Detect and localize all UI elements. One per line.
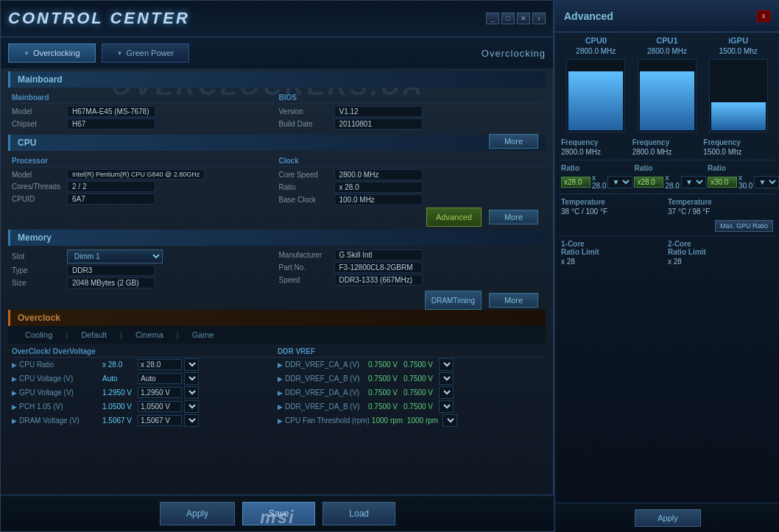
oc-arrow-icon-1[interactable]: ▶	[12, 375, 17, 383]
oc-dropdown-r4[interactable]: ▼	[443, 414, 457, 427]
cpu1-ratio-col: Ratio x 28.0 ▼	[634, 164, 705, 190]
cpu1-ratio-x: x 28.0	[665, 174, 679, 190]
oc-row-ddr-ca-b: ▶ DDR_VREF_CA_B (V) 0.7500 V 0.7500 V ▼	[278, 372, 542, 386]
cpu0-col: CPU0 2800.0 MHz	[561, 36, 631, 132]
mem-size-label: Size	[12, 279, 63, 287]
oc-dropdown-r2[interactable]: ▼	[439, 386, 454, 399]
mainboard-more-button[interactable]: More	[489, 134, 538, 149]
oc-dropdown-r3[interactable]: ▼	[439, 400, 454, 413]
maximize-button[interactable]: □	[501, 13, 515, 24]
igpu-bar-container	[709, 59, 768, 132]
oc-arrow-r2-icon[interactable]: ▶	[278, 389, 283, 397]
cpu1-temp-val: 37 °C / 98 °F	[668, 208, 773, 216]
oc-value2-r3: 0.7500 V	[403, 402, 437, 411]
max-gpu-ratio-button[interactable]: Max. GPU Ratio	[715, 220, 773, 232]
oc-tab-cinema[interactable]: Cinema	[130, 329, 169, 341]
model-value: H67MA-E45 (MS-7678)	[67, 106, 155, 117]
chipset-value: H67	[67, 118, 155, 130]
builddate-value: 20110801	[334, 118, 423, 130]
oc-input-0[interactable]	[138, 359, 182, 370]
oc-label-r3: DDR_VREF_DA_B (V)	[285, 402, 366, 411]
cpu-more-button[interactable]: More	[489, 210, 538, 224]
oc-row-dram-voltage: ▶ DRAM Voltage (V) 1.5067 V ▼	[12, 414, 276, 428]
oc-input-1[interactable]	[138, 373, 182, 384]
memory-section-header: Memory	[8, 230, 546, 246]
cpu0-ratio-x: x 28.0	[592, 174, 606, 190]
tab-green-power[interactable]: ▼ Green Power	[102, 43, 190, 63]
igpu-ratio-select[interactable]: ▼	[754, 176, 779, 188]
oc-input-4[interactable]	[138, 415, 182, 426]
oc-row-ddr-ca-a: ▶ DDR_VREF_CA_A (V) 0.7500 V 0.7500 V ▼	[278, 358, 542, 372]
oc-dropdown-r1[interactable]: ▼	[439, 372, 454, 385]
title-bar: Control Center _ □ ✕ i	[1, 1, 553, 38]
cpu-advanced-button[interactable]: Advanced	[426, 208, 482, 227]
advanced-apply-button[interactable]: Apply	[635, 509, 701, 527]
oc-label-3: PCH 1.05 (V)	[19, 402, 100, 411]
baseclock-label: Base Clock	[279, 196, 331, 204]
load-button[interactable]: Load	[322, 502, 395, 525]
cpu1-temp-label: Temperature	[668, 198, 773, 206]
cpu0-ratio-field[interactable]	[561, 177, 591, 188]
oc-dropdown-2[interactable]: ▼	[184, 386, 199, 399]
slot-select[interactable]: Dimm 1	[67, 249, 163, 263]
cpu1-temp-col: Temperature 37 °C / 98 °F	[668, 198, 773, 216]
bios-sub-header: BIOS	[279, 91, 543, 104]
oc-arrow-r3-icon[interactable]: ▶	[278, 403, 283, 411]
close-button[interactable]: ✕	[517, 13, 530, 24]
oc-label-r0: DDR_VREF_CA_A (V)	[285, 361, 366, 369]
oc-row-ddr-da-a: ▶ DDR_VREF_DA_A (V) 0.7500 V 0.7500 V ▼	[278, 386, 542, 400]
oc-arrow-icon-3[interactable]: ▶	[12, 403, 17, 411]
oc-dropdown-1[interactable]: ▼	[184, 372, 199, 385]
advanced-panel: Advanced x CPU0 2800.0 MHz CPU1 2800.0 M…	[554, 0, 779, 532]
oc-value-r4: 1000 rpm	[372, 416, 405, 425]
version-value: V1.12	[334, 106, 423, 117]
advanced-close-button[interactable]: x	[757, 10, 770, 22]
oc-tab-default[interactable]: Default	[75, 329, 113, 341]
cpu0-ratio-select[interactable]: ▼	[607, 176, 632, 188]
oc-tab-cooling[interactable]: Cooling	[19, 329, 58, 341]
oc-value2-r0: 0.7500 V	[403, 361, 437, 369]
mfr-label: Manufacturer	[279, 251, 331, 259]
oc-label-r2: DDR_VREF_DA_A (V)	[285, 389, 366, 397]
cpu1-ratio-input: x 28.0 ▼	[634, 174, 705, 190]
cpu-model-value: Intel(R) Pentium(R) CPU G840 @ 2.80GHz	[67, 169, 205, 180]
cpu-columns-header: CPU0 2800.0 MHz CPU1 2800.0 MHz iGPU 150…	[555, 32, 779, 136]
cpu-section-header: CPU	[8, 135, 546, 151]
advanced-title-bar: Advanced x	[555, 0, 779, 32]
adv-ratio-row: Ratio x 28.0 ▼ Ratio x 28.0 ▼ Ratio x 30…	[555, 162, 779, 192]
apply-button[interactable]: Apply	[160, 502, 235, 525]
igpu-freq-top: 1500.0 Mhz	[719, 47, 758, 55]
cpu0-ratio-input: x 28.0 ▼	[561, 174, 632, 190]
oc-arrow-icon-0[interactable]: ▶	[12, 361, 17, 369]
oc-arrow-r1-icon[interactable]: ▶	[278, 375, 283, 383]
memory-more-button[interactable]: More	[489, 293, 538, 308]
cpuid-label: CPUID	[12, 195, 63, 203]
oc-dropdown-3[interactable]: ▼	[184, 400, 199, 413]
oc-arrow-icon-4[interactable]: ▶	[12, 417, 17, 425]
cpu0-label: CPU0	[585, 36, 607, 45]
oc-input-2[interactable]	[138, 387, 182, 398]
oc-dropdown-0[interactable]: ▼	[184, 358, 199, 371]
minimize-button[interactable]: _	[486, 13, 499, 24]
oc-arrow-icon-2[interactable]: ▶	[12, 389, 17, 397]
app-title: Control Center	[8, 9, 190, 28]
builddate-label: Build Date	[279, 120, 331, 128]
cpu1-freq-val: 2800.0 MHz	[632, 148, 702, 156]
oc-dropdown-r0[interactable]: ▼	[439, 358, 454, 371]
igpu-ratio-field[interactable]	[708, 177, 737, 188]
oc-row-pch: ▶ PCH 1.05 (V) 1.0500 V ▼	[12, 400, 276, 414]
oc-arrow-r4-icon[interactable]: ▶	[278, 417, 283, 425]
adv-frequency-row: Frequency 2800.0 MHz Frequency 2800.0 MH…	[555, 136, 779, 158]
cpu0-freq-label: Frequency	[561, 138, 631, 146]
info-button[interactable]: i	[532, 13, 546, 24]
cpu1-ratio-field[interactable]	[634, 177, 663, 188]
tab-overclocking[interactable]: ▼ Overclocking	[8, 43, 96, 63]
oc-dropdown-4[interactable]: ▼	[184, 414, 199, 427]
oc-input-3[interactable]	[138, 401, 182, 412]
baseclock-value: 100.0 MHz	[334, 194, 423, 205]
dram-timing-button[interactable]: DRAMTiming	[425, 291, 482, 310]
mem-size-value: 2048 MBytes (2 GB)	[67, 277, 155, 288]
cpu1-ratio-select[interactable]: ▼	[681, 176, 706, 188]
oc-arrow-r0-icon[interactable]: ▶	[278, 361, 283, 369]
oc-tab-game[interactable]: Game	[186, 329, 220, 341]
